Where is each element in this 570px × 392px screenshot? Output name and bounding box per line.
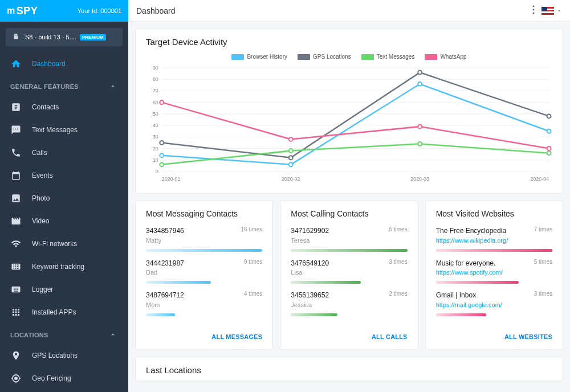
sidebar: mmSPYSPY Your Id: 000001 S8 - build 13 -… (0, 0, 128, 392)
device-selector[interactable]: S8 - build 13 - 5.... PREMIUM (6, 28, 123, 46)
progress-bar (146, 313, 175, 316)
nav-calls[interactable]: Calls (0, 141, 128, 164)
view-all-link[interactable]: ALL WEBSITES (504, 333, 552, 340)
entry-count: 16 times (241, 226, 263, 232)
nav-events[interactable]: Events (0, 164, 128, 187)
nav-label: Contacts (32, 103, 59, 111)
activity-chart-card: Target Device Activity Browser HistoryGP… (135, 28, 563, 194)
card-title: Most Messaging Contacts (146, 209, 262, 218)
nav-video[interactable]: Video (0, 210, 128, 232)
svg-point-34 (547, 114, 551, 118)
nav-logger[interactable]: Logger (0, 278, 128, 301)
svg-point-29 (418, 82, 422, 86)
websites-card: Most Visited Websites The Free Encyclope… (425, 201, 563, 350)
nav-label: Wi-Fi networks (32, 240, 77, 248)
legend-item[interactable]: WhatsApp (425, 54, 466, 60)
calling-card: Most Calling Contacts 3471629902Teresa 5… (280, 201, 418, 350)
view-all-link[interactable]: ALL CALLS (372, 333, 408, 340)
svg-point-31 (160, 141, 164, 145)
legend-item[interactable]: Text Messages (361, 54, 415, 60)
svg-point-39 (160, 100, 164, 104)
svg-point-2 (533, 12, 535, 14)
svg-point-27 (160, 153, 164, 157)
nav-label: Keyword tracking (32, 263, 84, 271)
svg-text:50: 50 (153, 111, 158, 117)
nav-gps[interactable]: GPS Locations (0, 344, 128, 367)
nav-contacts[interactable]: Contacts (0, 96, 128, 119)
section-general[interactable]: GENERAL FEATURES (0, 75, 128, 96)
last-locations-title: Last Locations (136, 357, 563, 381)
entry-count: 4 times (244, 291, 262, 297)
nav-label: Video (32, 217, 49, 225)
list-item: 3456139652Jessica 2 times (291, 291, 407, 316)
premium-badge: PREMIUM (80, 34, 106, 40)
entry-sub: Dad (146, 269, 157, 276)
entry-main: 3471629902Teresa (291, 226, 329, 246)
flag-icon (542, 7, 554, 15)
svg-text:10: 10 (153, 157, 158, 163)
stats-row: Most Messaging Contacts 3434857946Matty … (135, 201, 563, 357)
more-icon[interactable] (532, 5, 535, 17)
progress-bar (291, 281, 361, 284)
chart-legend: Browser HistoryGPS LocationsText Message… (146, 54, 552, 60)
home-icon (10, 58, 22, 70)
entry-sub: Teresa (291, 237, 310, 244)
nav-text-messages[interactable]: Text Messages (0, 119, 128, 141)
svg-text:2020-03: 2020-03 (410, 176, 429, 182)
progress-bar (291, 313, 337, 316)
section-label: LOCATIONS (10, 332, 48, 338)
entry-link[interactable]: https://www.spotify.com/ (436, 269, 503, 276)
progress-bar (436, 249, 552, 252)
android-icon (11, 32, 21, 42)
wifi-icon (10, 238, 22, 250)
svg-point-42 (547, 146, 551, 150)
chevron-up-icon (109, 330, 118, 340)
legend-item[interactable]: Browser History (231, 54, 287, 60)
nav-label: Logger (32, 285, 53, 293)
svg-text:60: 60 (153, 100, 158, 105)
entry-count: 2 times (389, 291, 407, 297)
nav-label: Events (32, 172, 53, 179)
svg-text:30: 30 (153, 134, 158, 140)
nav-photo[interactable]: Photo (0, 187, 128, 210)
svg-point-41 (418, 125, 422, 129)
nav-wifi[interactable]: Wi-Fi networks (0, 232, 128, 255)
nav-geo[interactable]: Geo Fencing (0, 367, 128, 390)
section-locations[interactable]: LOCATIONS (0, 324, 128, 344)
nav-keyword[interactable]: Keyword tracking (0, 255, 128, 278)
entry-count: 3 times (389, 259, 407, 265)
section-label: GENERAL FEATURES (10, 83, 79, 90)
list-item: Music for everyone.https://www.spotify.c… (436, 259, 552, 284)
nav-label: Calls (32, 149, 47, 157)
svg-point-38 (547, 151, 551, 155)
progress-bar (146, 281, 211, 284)
keyboard-icon (10, 261, 22, 272)
nav-dashboard[interactable]: Dashboard (0, 52, 128, 75)
video-icon (10, 215, 22, 227)
entry-link[interactable]: https://www.wikipedia.org/ (436, 237, 508, 244)
svg-point-0 (533, 5, 535, 7)
entry-sub: Mom (146, 301, 160, 308)
svg-point-32 (289, 156, 293, 160)
list-item: 3476549120Lisa 3 times (291, 259, 407, 284)
list-item: 3434857946Matty 16 times (146, 226, 262, 252)
svg-point-33 (418, 71, 422, 75)
nav-label: Text Messages (32, 126, 78, 134)
view-all-link[interactable]: ALL MESSAGES (211, 333, 262, 340)
progress-bar (436, 313, 486, 316)
entry-main: 3444231987Dad (146, 259, 184, 278)
language-selector[interactable] (542, 7, 562, 15)
entry-sub: Jessica (291, 301, 312, 308)
contacts-icon (10, 101, 22, 113)
nav-label: Photo (32, 194, 50, 202)
list-item: 3444231987Dad 9 times (146, 259, 262, 284)
svg-text:2020-02: 2020-02 (282, 176, 300, 182)
svg-text:2020-01: 2020-01 (162, 176, 181, 182)
keyboard-icon (10, 284, 22, 295)
legend-item[interactable]: GPS Locations (298, 54, 351, 60)
entry-link[interactable]: https://mail.google.com/ (436, 301, 502, 308)
nav-apps[interactable]: Installed APPs (0, 301, 128, 324)
entry-count: 5 times (534, 259, 552, 265)
main: Target Device Activity Browser HistoryGP… (128, 22, 570, 392)
nav-label: Dashboard (32, 60, 66, 68)
